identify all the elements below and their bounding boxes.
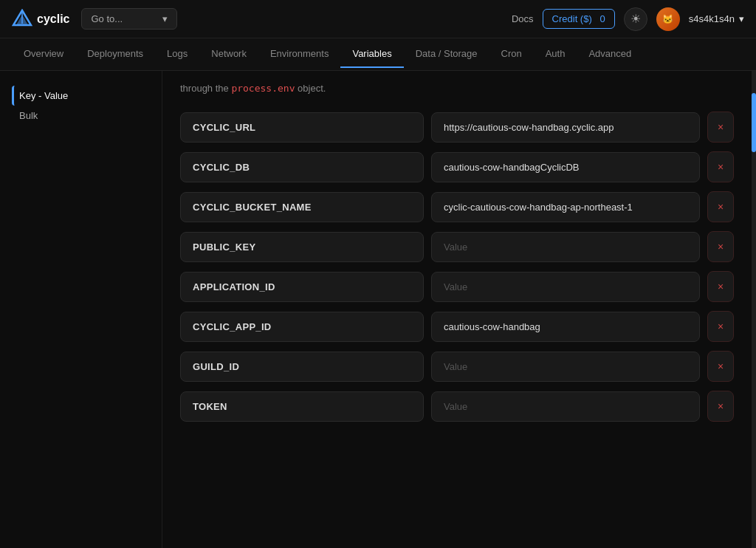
tab-environments[interactable]: Environments (258, 41, 340, 68)
goto-label: Go to... (91, 13, 123, 24)
env-key-input[interactable] (180, 112, 424, 143)
env-value-input[interactable] (431, 112, 700, 143)
env-key-input[interactable] (180, 312, 424, 342)
env-value-input[interactable] (431, 232, 700, 262)
brand-name: cyclic (37, 13, 69, 26)
docs-link[interactable]: Docs (512, 13, 534, 24)
tab-data-storage[interactable]: Data / Storage (404, 41, 489, 68)
delete-env-var-button[interactable]: × (707, 151, 734, 182)
tab-variables[interactable]: Variables (340, 41, 403, 68)
tab-deployments[interactable]: Deployments (75, 41, 155, 68)
main-content: through the process.env object. ×××××××× (162, 71, 752, 548)
avatar: 🐱 (656, 7, 680, 31)
env-row: × (180, 112, 734, 143)
env-row: × (180, 311, 734, 342)
env-key-input[interactable] (180, 192, 424, 222)
env-rows: ×××××××× (180, 112, 734, 422)
delete-env-var-button[interactable]: × (707, 391, 734, 422)
delete-env-var-button[interactable]: × (707, 191, 734, 222)
layout: Key - ValueBulk through the process.env … (0, 71, 756, 548)
theme-toggle-button[interactable]: ☀ (624, 7, 647, 31)
env-row: × (180, 391, 734, 422)
tab-auth[interactable]: Auth (534, 41, 577, 68)
cyclic-logo-icon (12, 9, 32, 30)
right-scrollbar[interactable] (752, 71, 756, 548)
credit-value: 0 (600, 13, 605, 24)
page-tabs: OverviewDeploymentsLogsNetworkEnvironmen… (0, 38, 756, 71)
sidebar: Key - ValueBulk (0, 71, 162, 548)
env-row: × (180, 151, 734, 182)
env-value-input[interactable] (431, 312, 700, 342)
goto-button[interactable]: Go to... ▾ (81, 8, 177, 30)
delete-env-var-button[interactable]: × (707, 271, 734, 302)
env-value-input[interactable] (431, 272, 700, 302)
sidebar-item-key-value[interactable]: Key - Value (12, 86, 150, 106)
env-key-input[interactable] (180, 391, 424, 422)
brand-logo: cyclic (12, 9, 69, 30)
description-prefix: through the (180, 83, 231, 94)
user-chevron-icon: ▾ (739, 13, 744, 24)
delete-env-var-button[interactable]: × (707, 311, 734, 342)
chevron-down-icon: ▾ (162, 13, 168, 24)
env-row: × (180, 351, 734, 382)
env-row: × (180, 231, 734, 262)
process-env-token: process.env (231, 83, 295, 94)
scrollbar-thumb (752, 93, 756, 152)
tab-logs[interactable]: Logs (155, 41, 199, 68)
username: s4s4k1s4n (689, 13, 735, 24)
delete-env-var-button[interactable]: × (707, 112, 734, 143)
delete-env-var-button[interactable]: × (707, 351, 734, 382)
description-text: through the process.env object. (180, 83, 734, 94)
delete-env-var-button[interactable]: × (707, 231, 734, 262)
tab-cron[interactable]: Cron (489, 41, 534, 68)
credit-label: Credit ($) (552, 13, 592, 24)
env-value-input[interactable] (431, 352, 700, 382)
env-key-input[interactable] (180, 272, 424, 302)
tab-advanced[interactable]: Advanced (577, 41, 643, 68)
env-row: × (180, 271, 734, 302)
credit-button[interactable]: Credit ($) 0 (543, 9, 615, 29)
nav-right: Docs Credit ($) 0 ☀ 🐱 s4s4k1s4n ▾ (512, 7, 744, 31)
top-nav: cyclic Go to... ▾ Docs Credit ($) 0 ☀ 🐱 … (0, 0, 756, 38)
env-key-input[interactable] (180, 152, 424, 182)
env-value-input[interactable] (431, 192, 700, 222)
description-suffix: object. (295, 83, 326, 94)
user-menu[interactable]: s4s4k1s4n ▾ (689, 13, 744, 24)
sun-icon: ☀ (630, 12, 641, 26)
env-key-input[interactable] (180, 352, 424, 382)
env-key-input[interactable] (180, 232, 424, 262)
env-value-input[interactable] (431, 391, 700, 422)
env-row: × (180, 191, 734, 222)
sidebar-item-bulk[interactable]: Bulk (12, 106, 150, 126)
env-value-input[interactable] (431, 152, 700, 182)
tab-overview[interactable]: Overview (12, 41, 75, 68)
tab-network[interactable]: Network (199, 41, 258, 68)
